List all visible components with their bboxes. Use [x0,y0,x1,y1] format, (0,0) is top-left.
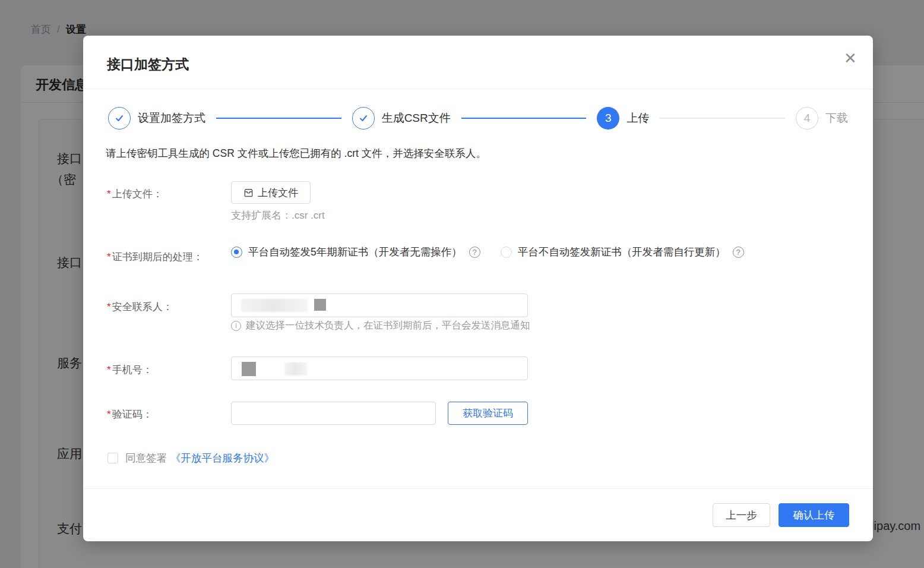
redacted-text [241,299,308,312]
step-connector [461,118,587,119]
step-check-icon [108,107,131,130]
step-set-signing: 设置加签方式 [108,107,205,130]
radio-unselected-icon[interactable] [501,247,512,258]
step-connector [660,118,785,119]
confirm-upload-button[interactable]: 确认上传 [779,503,849,527]
required-mark: * [107,364,111,375]
modal-title: 接口加签方式 [107,55,189,74]
security-contact-input[interactable] [231,294,528,317]
step-upload: 3 上传 [597,107,649,130]
step-number: 3 [597,107,619,130]
step-generate-csr: 生成CSR文件 [352,107,451,130]
required-mark: * [107,409,111,420]
agreement-row: 同意签署 《开放平台服务协议》 [107,451,274,465]
previous-step-button[interactable]: 上一步 [713,503,770,527]
agreement-link[interactable]: 《开放平台服务协议》 [170,451,274,465]
step-check-icon [352,107,375,130]
radio-no-auto-renew[interactable]: 平台不自动签发新证书（开发者需自行更新） ? [501,245,744,259]
agreement-text: 同意签署 [125,451,167,465]
info-icon: i [231,321,241,331]
radio-auto-renew[interactable]: 平台自动签发5年期新证书（开发者无需操作） ? [231,245,480,259]
required-mark: * [107,188,111,200]
help-icon[interactable]: ? [469,247,480,258]
step-label: 设置加签方式 [138,111,205,126]
redacted-text [242,362,256,376]
radio-label: 平台不自动签发新证书（开发者需自行更新） [518,245,726,259]
modal-header: 接口加签方式 ✕ [83,36,873,89]
step-connector [216,118,341,119]
verification-code-input[interactable] [231,402,436,425]
required-mark: * [107,301,111,313]
redacted-text [284,362,307,375]
required-mark: * [107,251,111,263]
hint-text: 建议选择一位技术负责人，在证书到期前后，平台会发送消息通知 [246,319,530,332]
step-label: 下载 [825,111,848,126]
get-code-button[interactable]: 获取验证码 [448,402,528,425]
signing-method-modal: 接口加签方式 ✕ 设置加签方式 生成CSR文件 3 上传 4 下载 请上传密钥工… [83,36,873,541]
radio-selected-icon[interactable] [231,247,242,258]
verification-code-label: *验证码： [107,408,153,421]
step-download: 4 下载 [796,107,848,130]
upload-icon [243,188,254,198]
step-number: 4 [796,107,818,130]
upload-file-button[interactable]: 上传文件 [231,181,311,204]
cert-renewal-label: *证书到期后的处理： [107,250,203,264]
phone-label: *手机号： [107,363,153,377]
upload-extensions-hint: 支持扩展名：.csr .crt [231,209,325,222]
radio-label: 平台自动签发5年期新证书（开发者无需操作） [248,245,462,259]
agreement-checkbox[interactable] [107,453,118,463]
upload-instructions: 请上传密钥工具生成的 CSR 文件或上传您已拥有的 .crt 文件，并选择安全联… [106,146,486,160]
modal-footer: 上一步 确认上传 [83,488,873,541]
cert-renewal-options: 平台自动签发5年期新证书（开发者无需操作） ? 平台不自动签发新证书（开发者需自… [231,245,744,259]
step-label: 生成CSR文件 [382,111,451,126]
help-icon[interactable]: ? [733,247,744,258]
stepper: 设置加签方式 生成CSR文件 3 上传 4 下载 [83,106,873,131]
close-icon[interactable]: ✕ [841,49,860,68]
upload-file-label: *上传文件： [107,187,163,201]
phone-input[interactable] [231,356,528,380]
redacted-text [314,299,326,311]
security-contact-label: *安全联系人： [107,300,173,314]
upload-button-label: 上传文件 [258,186,298,200]
step-label: 上传 [626,111,649,126]
security-contact-hint: i 建议选择一位技术负责人，在证书到期前后，平台会发送消息通知 [231,319,530,332]
